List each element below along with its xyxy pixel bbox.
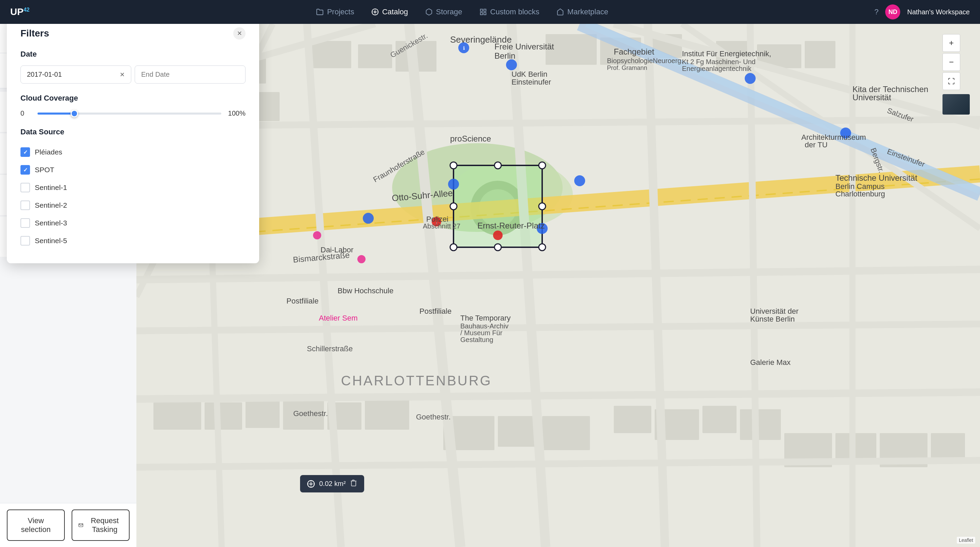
svg-text:Abschnitt 27: Abschnitt 27 bbox=[423, 223, 460, 230]
svg-text:der TU: der TU bbox=[805, 140, 827, 149]
logo: UP42 bbox=[10, 6, 30, 17]
header-right: ? ND Nathan's Workspace bbox=[874, 5, 970, 19]
catalog-icon bbox=[371, 8, 379, 16]
svg-text:Charlottenburg: Charlottenburg bbox=[835, 189, 885, 198]
svg-point-109 bbox=[493, 231, 503, 240]
svg-text:Bauhaus-Archiv: Bauhaus-Archiv bbox=[460, 322, 508, 330]
svg-text:UdK Berlin: UdK Berlin bbox=[511, 70, 547, 78]
checkbox-sentinel3[interactable]: Sentinel-3 bbox=[21, 214, 245, 232]
svg-point-104 bbox=[574, 175, 585, 186]
slider-row: 0 100% bbox=[21, 110, 245, 117]
svg-text:Universität: Universität bbox=[853, 93, 891, 102]
svg-text:Institut Für Energietechnik,: Institut Für Energietechnik, bbox=[682, 49, 771, 58]
svg-rect-59 bbox=[307, 41, 351, 68]
checkbox-sentinel2[interactable]: Sentinel-2 bbox=[21, 196, 245, 214]
date-section-title: Date bbox=[21, 50, 245, 59]
svg-text:Energieanlagentechnik: Energieanlagentechnik bbox=[682, 65, 751, 72]
nav-catalog[interactable]: Catalog bbox=[371, 8, 408, 16]
svg-rect-76 bbox=[542, 416, 590, 450]
svg-point-97 bbox=[450, 203, 457, 210]
slider-fill bbox=[38, 113, 74, 114]
view-selection-button[interactable]: View selection bbox=[7, 509, 65, 541]
leaflet-attribution: Leaflet bbox=[957, 537, 975, 544]
svg-rect-77 bbox=[614, 406, 651, 433]
checkbox-sentinel5[interactable]: Sentinel-5 bbox=[21, 232, 245, 250]
modal-header: Filters ✕ bbox=[21, 27, 245, 40]
svg-text:Bbw Hochschule: Bbw Hochschule bbox=[337, 286, 393, 295]
spot-checkbox[interactable] bbox=[21, 165, 30, 175]
svg-text:Technische Universität: Technische Universität bbox=[835, 173, 917, 183]
help-icon[interactable]: ? bbox=[874, 8, 878, 16]
nav-marketplace[interactable]: Marketplace bbox=[557, 8, 608, 16]
start-date-input[interactable] bbox=[27, 71, 116, 78]
cloud-min-label: 0 bbox=[21, 110, 31, 117]
svg-point-94 bbox=[539, 244, 546, 251]
start-date-clear[interactable]: ✕ bbox=[120, 71, 125, 78]
svg-point-158 bbox=[310, 483, 312, 485]
slider-thumb[interactable] bbox=[71, 110, 78, 117]
svg-text:BiopsychologieNeuroerg.: BiopsychologieNeuroerg. bbox=[607, 57, 683, 64]
trash-icon bbox=[350, 479, 357, 487]
avatar: ND bbox=[885, 5, 900, 19]
svg-text:The Temporary: The Temporary bbox=[460, 314, 511, 322]
filters-modal: Filters ✕ Date ✕ Cloud Coverage 0 100% bbox=[7, 14, 259, 263]
svg-text:Postfiliale: Postfiliale bbox=[419, 307, 452, 315]
svg-text:proScience: proScience bbox=[450, 134, 491, 143]
svg-text:Postfiliale: Postfiliale bbox=[286, 297, 318, 305]
sentinel5-checkbox[interactable] bbox=[21, 236, 30, 245]
nav-storage[interactable]: Storage bbox=[425, 8, 462, 16]
svg-text:Goethestr.: Goethestr. bbox=[416, 413, 451, 421]
logo-sup: 42 bbox=[24, 7, 30, 13]
svg-rect-68 bbox=[153, 399, 201, 430]
folder-icon bbox=[316, 8, 324, 16]
svg-rect-60 bbox=[358, 45, 392, 68]
svg-point-93 bbox=[539, 203, 546, 210]
request-tasking-button[interactable]: Request Tasking bbox=[72, 509, 130, 541]
map-thumbnail[interactable] bbox=[942, 94, 970, 114]
svg-text:Gestaltung: Gestaltung bbox=[460, 336, 493, 343]
svg-text:Schillerstraße: Schillerstraße bbox=[307, 344, 353, 353]
svg-point-0 bbox=[372, 9, 378, 15]
cloud-slider-track[interactable] bbox=[38, 113, 221, 114]
svg-text:Fachgebiet: Fachgebiet bbox=[614, 47, 654, 56]
svg-text:Künste Berlin: Künste Berlin bbox=[750, 315, 795, 323]
svg-text:/ Museum Für: / Museum Für bbox=[460, 329, 503, 337]
svg-point-91 bbox=[495, 162, 501, 169]
cloud-max-label: 100% bbox=[228, 110, 245, 117]
pleiades-checkbox[interactable] bbox=[21, 147, 30, 157]
cloud-section-title: Cloud Coverage bbox=[21, 94, 245, 103]
delete-area-button[interactable] bbox=[350, 479, 357, 488]
header: UP42 Projects Catalog Storage Custom blo… bbox=[0, 0, 980, 24]
fullscreen-icon bbox=[948, 78, 955, 85]
zoom-out-button[interactable]: − bbox=[942, 53, 960, 71]
svg-text:Galerie Max: Galerie Max bbox=[750, 358, 791, 367]
end-date-wrapper bbox=[135, 65, 245, 84]
checkbox-sentinel1[interactable]: Sentinel-1 bbox=[21, 179, 245, 196]
start-date-wrapper: ✕ bbox=[21, 65, 131, 84]
zoom-in-button[interactable]: + bbox=[942, 34, 960, 52]
modal-close-button[interactable]: ✕ bbox=[233, 27, 245, 40]
map-area[interactable]: ℹ 📍 Severingelände Guenickestr. Freie Un… bbox=[137, 24, 980, 547]
svg-point-90 bbox=[450, 162, 457, 169]
end-date-input[interactable] bbox=[141, 71, 239, 78]
date-section: Date ✕ bbox=[21, 50, 245, 84]
nav-custom-blocks[interactable]: Custom blocks bbox=[479, 8, 539, 16]
svg-point-92 bbox=[539, 162, 546, 169]
checkbox-pleiades[interactable]: Pléiades bbox=[21, 143, 245, 161]
datasource-section-title: Data Source bbox=[21, 127, 245, 137]
bottom-actions: View selection Request Tasking bbox=[0, 503, 137, 547]
map-controls: + − bbox=[942, 34, 970, 114]
svg-text:Prof. Gramann: Prof. Gramann bbox=[607, 64, 647, 71]
map-svg: ℹ 📍 Severingelände Guenickestr. Freie Un… bbox=[137, 24, 980, 547]
nav-projects[interactable]: Projects bbox=[316, 8, 354, 16]
fullscreen-button[interactable] bbox=[942, 72, 960, 90]
svg-text:Ernst-Reuter-Platz: Ernst-Reuter-Platz bbox=[477, 221, 544, 230]
checkbox-spot[interactable]: SPOT bbox=[21, 161, 245, 179]
sentinel2-checkbox[interactable] bbox=[21, 200, 30, 210]
svg-text:Atelier Sem: Atelier Sem bbox=[319, 314, 358, 322]
sentinel1-checkbox[interactable] bbox=[21, 183, 30, 192]
svg-rect-7 bbox=[484, 9, 485, 11]
svg-text:Universität der: Universität der bbox=[750, 307, 799, 315]
sentinel3-checkbox[interactable] bbox=[21, 218, 30, 228]
svg-text:Goethestr.: Goethestr. bbox=[293, 409, 328, 418]
